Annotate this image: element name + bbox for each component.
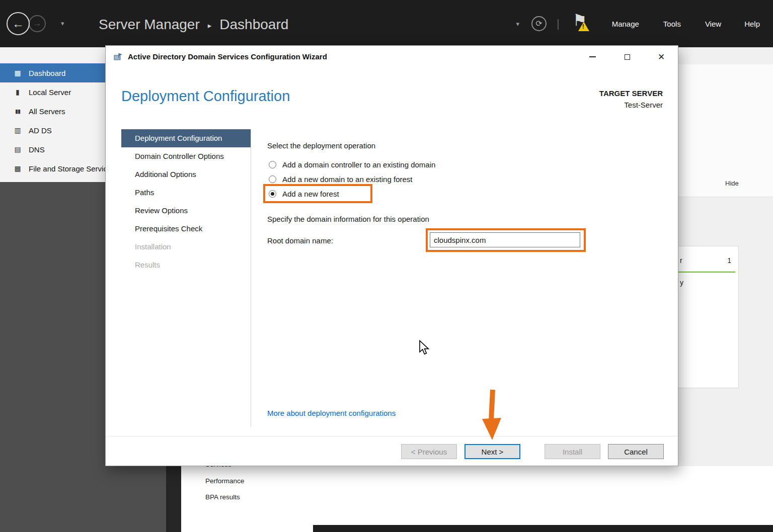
- sidebar-item-label: Dashboard: [29, 69, 65, 77]
- notification-flag-icon[interactable]: ⚑ !: [573, 13, 591, 35]
- nav-domain-controller-options[interactable]: Domain Controller Options: [121, 147, 251, 165]
- install-button[interactable]: Install: [545, 444, 600, 459]
- forward-button[interactable]: →: [29, 15, 46, 32]
- root-domain-input[interactable]: [430, 232, 580, 247]
- refresh-icon[interactable]: ⟳: [531, 16, 547, 31]
- menu-help[interactable]: Help: [744, 20, 760, 28]
- maximize-icon: [625, 54, 630, 60]
- target-server-name: Test-Server: [599, 99, 663, 111]
- sidebar-item-ad-ds[interactable]: ▥ AD DS: [0, 121, 105, 140]
- target-server-label: TARGET SERVER: [599, 87, 663, 99]
- role-tile-fragment: r 1 y: [669, 246, 739, 388]
- dialog-titlebar[interactable]: Active Directory Domain Services Configu…: [106, 46, 678, 68]
- tile-list-item-bpa-results[interactable]: BPA results: [205, 493, 240, 501]
- select-operation-label: Select the deployment operation: [267, 141, 375, 150]
- nav-additional-options[interactable]: Additional Options: [121, 165, 251, 184]
- sidebar-item-label: Local Server: [29, 88, 71, 97]
- dashboard-icon: ▦: [13, 69, 22, 77]
- topbar-right: ▾ ⟳ | ⚑ ! Manage Tools View Help: [516, 0, 760, 47]
- radio-label: Add a domain controller to an existing d…: [282, 160, 435, 169]
- local-server-icon: ▮: [13, 88, 22, 96]
- all-servers-icon: ▮▮: [13, 108, 22, 115]
- radio-label: Add a new forest: [282, 190, 339, 198]
- screen: Hide r 1 y Services Performance BPA resu…: [0, 0, 773, 532]
- tile-text-fragment-2: y: [680, 279, 683, 287]
- tile-status-green-line: [676, 272, 735, 273]
- sidebar-item-label: All Servers: [29, 107, 65, 116]
- wizard-icon: [114, 53, 123, 63]
- adds-wizard-dialog: Active Directory Domain Services Configu…: [105, 45, 678, 466]
- more-about-link[interactable]: More about deployment configurations: [267, 409, 396, 417]
- close-icon: ✕: [658, 52, 665, 62]
- next-button[interactable]: Next >: [465, 444, 520, 459]
- radio-button-icon[interactable]: [269, 175, 276, 183]
- specify-domain-label: Specify the domain information for this …: [267, 215, 429, 223]
- sidebar: ▦ Dashboard ▮ Local Server ▮▮ All Server…: [0, 47, 105, 182]
- sidebar-item-dns[interactable]: ▤ DNS: [0, 140, 105, 159]
- tile-list-item-performance[interactable]: Performance: [205, 477, 244, 485]
- minimize-icon: [589, 56, 596, 57]
- radio-add-new-forest[interactable]: Add a new forest: [269, 188, 339, 200]
- warning-triangle-icon: !: [578, 22, 589, 31]
- breadcrumb-page[interactable]: Dashboard: [219, 15, 288, 35]
- cancel-button[interactable]: Cancel: [608, 444, 664, 459]
- back-arrow-icon: ←: [12, 17, 24, 31]
- wizard-nav: Deployment Configuration Domain Controll…: [121, 129, 251, 274]
- menu-manage[interactable]: Manage: [612, 20, 639, 28]
- root-domain-label: Root domain name:: [267, 236, 333, 245]
- breadcrumb: Server Manager ▸ Dashboard: [99, 14, 288, 36]
- file-storage-icon: ▩: [13, 164, 22, 172]
- sidebar-item-local-server[interactable]: ▮ Local Server: [0, 82, 105, 102]
- bottom-dark-strip: [313, 525, 773, 532]
- radio-add-dc-existing-domain[interactable]: Add a domain controller to an existing d…: [269, 158, 435, 170]
- nav-paths[interactable]: Paths: [121, 184, 251, 202]
- refresh-glyph-icon: ⟳: [535, 19, 542, 28]
- sidebar-item-dashboard[interactable]: ▦ Dashboard: [0, 63, 105, 82]
- sidebar-item-file-storage[interactable]: ▩ File and Storage Services: [0, 159, 105, 178]
- nav-deployment-configuration[interactable]: Deployment Configuration: [121, 129, 251, 147]
- nav-results: Results: [121, 256, 251, 274]
- warning-exclamation: !: [582, 23, 584, 30]
- footer-divider: [106, 436, 678, 436]
- dns-icon: ▤: [13, 145, 22, 153]
- previous-button[interactable]: < Previous: [401, 444, 457, 459]
- back-button[interactable]: ←: [7, 12, 30, 35]
- separator-pipe: |: [557, 17, 560, 30]
- radio-label: Add a new domain to an existing forest: [282, 175, 413, 184]
- nav-review-options[interactable]: Review Options: [121, 202, 251, 220]
- hide-link[interactable]: Hide: [725, 180, 739, 187]
- dashboard-background-bottom: [181, 466, 773, 532]
- header-dropdown-caret-icon[interactable]: ▾: [516, 20, 519, 28]
- radio-add-domain-existing-forest[interactable]: Add a new domain to an existing forest: [269, 173, 413, 185]
- server-manager-topbar: ← → ▾ Server Manager ▸ Dashboard ▾ ⟳ | ⚑…: [0, 0, 773, 47]
- mouse-cursor-icon: [419, 340, 430, 357]
- page-title: Deployment Configuration: [121, 88, 290, 105]
- target-server-block: TARGET SERVER Test-Server: [599, 87, 663, 111]
- ad-ds-icon: ▥: [13, 126, 22, 134]
- dialog-title: Active Directory Domain Services Configu…: [128, 46, 327, 68]
- nav-installation: Installation: [121, 238, 251, 256]
- nav-dropdown-caret-icon[interactable]: ▾: [61, 20, 64, 27]
- breadcrumb-separator-icon: ▸: [208, 16, 212, 36]
- tile-server-count: 1: [727, 256, 731, 264]
- radio-button-icon[interactable]: [269, 161, 276, 168]
- sidebar-item-label: File and Storage Services: [29, 164, 105, 173]
- menu-view[interactable]: View: [705, 20, 721, 28]
- sidebar-item-label: AD DS: [29, 126, 52, 135]
- tile-text-fragment: r: [680, 256, 682, 264]
- forward-arrow-icon: →: [33, 19, 42, 29]
- menu-tools[interactable]: Tools: [663, 20, 681, 28]
- sidebar-item-all-servers[interactable]: ▮▮ All Servers: [0, 102, 105, 121]
- maximize-button[interactable]: [616, 49, 638, 65]
- minimize-button[interactable]: [581, 49, 603, 65]
- welcome-tile-fragment: [678, 64, 773, 197]
- breadcrumb-app[interactable]: Server Manager: [99, 15, 200, 35]
- radio-button-icon[interactable]: [269, 190, 276, 198]
- close-button[interactable]: ✕: [650, 49, 672, 65]
- nav-content-divider: [251, 129, 251, 427]
- sidebar-item-label: DNS: [29, 145, 45, 154]
- nav-prerequisites-check[interactable]: Prerequisites Check: [121, 220, 251, 238]
